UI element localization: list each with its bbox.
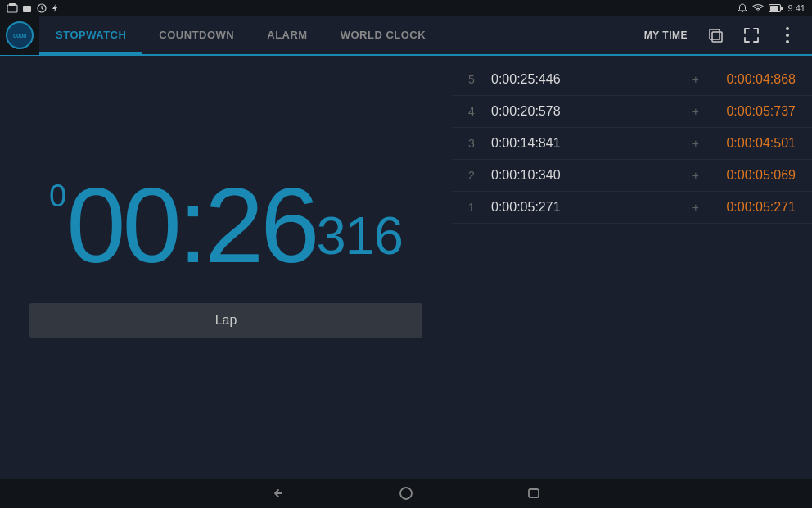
recents-icon (526, 485, 542, 501)
fullscreen-icon (742, 26, 760, 44)
fullscreen-button[interactable] (737, 20, 766, 50)
lap-time: 0:00:05:271 (485, 200, 686, 215)
battery-icon (769, 3, 783, 13)
copy-icon (706, 26, 724, 44)
my-time-button[interactable]: MY TIME (638, 26, 694, 44)
lap-row: 30:00:14:841+0:00:04:501 (452, 128, 812, 160)
svg-rect-6 (770, 6, 778, 11)
svg-rect-1 (9, 3, 16, 6)
overflow-menu-icon (785, 26, 790, 44)
tab-alarm[interactable]: ALARM (250, 17, 323, 55)
overflow-menu-button[interactable] (773, 20, 802, 50)
stopwatch-panel: 0 00:26 316 Lap (0, 56, 452, 479)
lap-row: 50:00:25:446+0:00:04:868 (452, 64, 812, 96)
lap-number: 1 (468, 201, 485, 214)
lap-plus: + (686, 137, 706, 150)
timer-subsecond: 316 (317, 209, 403, 262)
lap-number: 5 (468, 73, 485, 86)
lap-number: 3 (468, 137, 485, 150)
lap-list: 50:00:25:446+0:00:04:86840:00:20:578+0:0… (452, 56, 812, 479)
clock-time: 9:41 (788, 3, 805, 13)
svg-rect-8 (712, 32, 722, 42)
lap-delta: 0:00:04:501 (706, 136, 796, 151)
lap-delta: 0:00:05:271 (706, 200, 796, 215)
lap-plus: + (686, 169, 706, 182)
recents-button[interactable] (519, 479, 548, 508)
svg-rect-0 (7, 5, 17, 12)
lap-time: 0:00:10:340 (485, 168, 686, 183)
svg-point-11 (786, 40, 789, 43)
svg-rect-13 (529, 489, 539, 497)
home-icon (398, 485, 414, 501)
wifi-icon (752, 3, 764, 13)
lap-row: 20:00:10:340+0:00:05:069 (452, 160, 812, 192)
timer-superscript: 0 (49, 180, 66, 211)
header: 0008 STOPWATCH COUNTDOWN ALARM WORLD CLO… (0, 16, 812, 56)
svg-point-10 (786, 34, 789, 37)
lap-number: 2 (468, 169, 485, 182)
lap-row: 10:00:05:271+0:00:05:271 (452, 192, 812, 224)
lightning-icon (51, 3, 59, 13)
status-bar: 9:41 (0, 0, 812, 16)
alarm-icon (738, 3, 747, 13)
app-icon-3 (36, 3, 47, 13)
timer-display: 0 00:26 316 (49, 172, 403, 279)
tab-bar: STOPWATCH COUNTDOWN ALARM WORLD CLOCK (39, 16, 638, 54)
lap-time: 0:00:20:578 (485, 104, 686, 119)
lap-delta: 0:00:05:069 (706, 168, 796, 183)
logo-inner: 0008 (6, 21, 34, 49)
svg-rect-5 (780, 7, 783, 10)
svg-point-9 (786, 27, 789, 30)
svg-rect-7 (710, 29, 720, 39)
home-button[interactable] (391, 479, 421, 508)
svg-point-12 (400, 488, 412, 499)
copy-icon-button[interactable] (701, 20, 730, 50)
back-button[interactable] (264, 479, 293, 508)
tab-stopwatch[interactable]: STOPWATCH (39, 17, 142, 55)
bottom-nav (0, 479, 812, 508)
lap-plus: + (686, 105, 706, 118)
lap-time: 0:00:25:446 (485, 72, 686, 87)
lap-number: 4 (468, 105, 485, 118)
tab-countdown[interactable]: COUNTDOWN (142, 17, 250, 55)
lap-time: 0:00:14:841 (485, 136, 686, 151)
lap-row: 40:00:20:578+0:00:05:737 (452, 96, 812, 128)
lap-button[interactable]: Lap (29, 303, 422, 338)
status-bar-right: 9:41 (738, 3, 805, 13)
tab-world-clock[interactable]: WORLD CLOCK (324, 17, 442, 55)
lap-plus: + (686, 73, 706, 86)
lap-delta: 0:00:04:868 (706, 72, 796, 87)
header-actions: MY TIME (638, 20, 812, 50)
status-bar-left (7, 3, 59, 13)
lap-delta: 0:00:05:737 (706, 104, 796, 119)
svg-rect-2 (23, 6, 31, 12)
lap-plus: + (686, 201, 706, 214)
app-logo[interactable]: 0008 (0, 16, 39, 55)
main-content: 0 00:26 316 Lap 50:00:25:446+0:00:04:868… (0, 56, 812, 479)
app-icon-2 (21, 3, 33, 13)
timer-main-time: 00:26 (66, 172, 316, 279)
app-icon-1 (7, 3, 18, 13)
back-icon (270, 485, 286, 501)
